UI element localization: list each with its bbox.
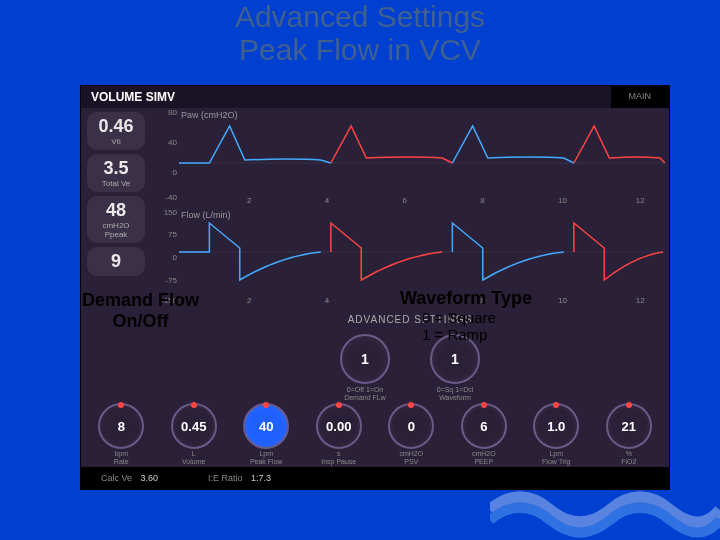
paw-y-axis: 80 40 0 -40 <box>155 108 179 208</box>
pressure-waveform: Paw (cmH2O) 80 40 0 -40 2 4 6 8 10 12 <box>151 108 669 208</box>
main-tab[interactable]: MAIN <box>611 86 670 108</box>
flow-plot <box>179 208 665 296</box>
annotation-waveform-type: Waveform Type 0 = Square 1 = Ramp <box>400 288 532 343</box>
bottom-knob-rate[interactable]: 8bpmRate <box>91 403 151 465</box>
knob-demand-flow[interactable]: 1 0=Off 1=On Demand FLw <box>335 334 395 401</box>
paw-x-axis: 2 4 6 8 10 12 <box>179 196 665 208</box>
bottom-knob-peep[interactable]: 6cmH2OPEEP <box>454 403 514 465</box>
footer-ie-ratio: I:E Ratio 1:7.3 <box>208 473 271 483</box>
slide-title: Advanced Settings Peak Flow in VCV <box>0 0 720 72</box>
slide-title-line2: Peak Flow in VCV <box>0 33 720 66</box>
waveform-area: Paw (cmH2O) 80 40 0 -40 2 4 6 8 10 12 <box>151 108 669 308</box>
top-bar: VOLUME SIMV MAIN <box>81 86 669 108</box>
bottom-knob-insp-pause[interactable]: 0.00sInsp Pause <box>309 403 369 465</box>
bottom-knob-row: 8bpmRate0.45LVolume40LpmPeak Flow0.00sIn… <box>81 404 669 464</box>
mode-label: VOLUME SIMV <box>81 86 185 108</box>
paw-plot <box>179 108 665 196</box>
footer-calc-ve: Calc Ve 3.60 <box>101 473 158 483</box>
bottom-knob-flow-trig[interactable]: 1.0LpmFlow Trig <box>526 403 586 465</box>
bottom-knob-fio2[interactable]: 21%FiO2 <box>599 403 659 465</box>
knob-waveform[interactable]: 1 0=Sq 1=Dcl Waveform <box>425 334 485 401</box>
ventilator-screenshot: VOLUME SIMV MAIN 0.46 Vti 3.5 Total Ve 4… <box>80 85 670 490</box>
bottom-knob-psv[interactable]: 0cmH2OPSV <box>381 403 441 465</box>
meas-ppeak: 48 cmH2O Ppeak <box>87 196 145 243</box>
slide-title-line1: Advanced Settings <box>0 0 720 33</box>
slide-wave-decoration-icon <box>490 480 720 540</box>
bottom-knob-volume[interactable]: 0.45LVolume <box>164 403 224 465</box>
bottom-knob-peak-flow[interactable]: 40LpmPeak Flow <box>236 403 296 465</box>
meas-vti: 0.46 Vti <box>87 112 145 150</box>
meas-4: 9 <box>87 247 145 276</box>
meas-total-ve: 3.5 Total Ve <box>87 154 145 192</box>
measurements-column: 0.46 Vti 3.5 Total Ve 48 cmH2O Ppeak 9 <box>81 108 151 280</box>
annotation-demand-flow: Demand Flow On/Off <box>82 290 199 331</box>
